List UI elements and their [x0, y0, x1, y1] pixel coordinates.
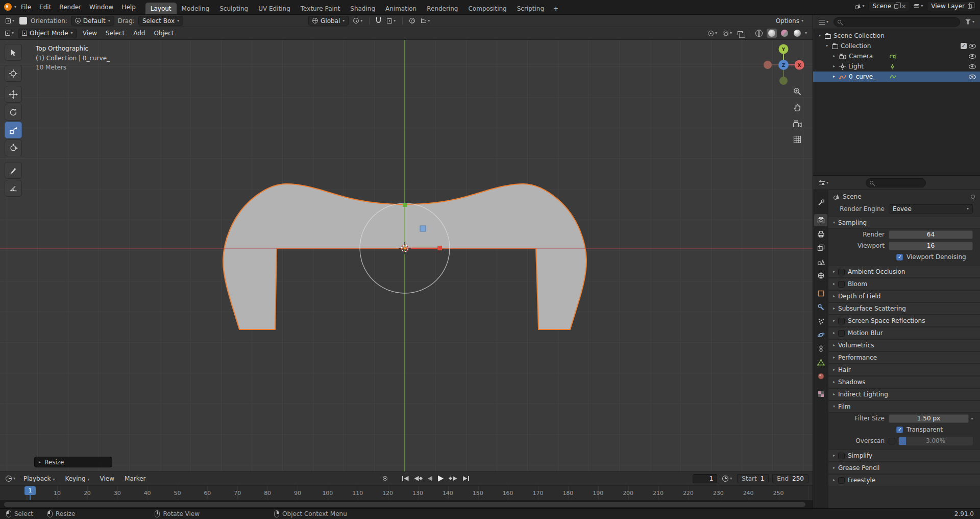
viewport-menu-item[interactable]: Select — [103, 28, 128, 38]
app-menu-caret-icon[interactable]: ▾ — [14, 5, 16, 9]
outliner-filter-dropdown[interactable]: ▾ — [964, 18, 976, 26]
add-workspace-button[interactable]: + — [549, 3, 562, 14]
outliner-row-camera[interactable]: ▸ Camera — [813, 51, 980, 61]
new-view-layer-icon[interactable] — [968, 4, 972, 9]
transform-tool[interactable] — [5, 139, 22, 156]
navigation-gizmo[interactable]: Y X Z — [763, 43, 804, 86]
expand-icon[interactable]: ▾ — [824, 44, 829, 48]
menubar-item[interactable]: File — [17, 2, 35, 12]
view-layer-selector[interactable]: View Layer — [927, 1, 976, 11]
expand-icon[interactable]: ▸ — [831, 54, 837, 58]
scrollbar-thumb[interactable] — [4, 502, 805, 507]
property-section[interactable]: ▸ Grease Pencil — [828, 462, 980, 474]
next-keyframe-button[interactable] — [449, 476, 457, 481]
orientation-dropdown[interactable]: Default ▾ — [71, 16, 114, 26]
workspace-tab[interactable]: Rendering — [422, 3, 463, 14]
section-checkbox[interactable] — [838, 453, 845, 459]
drag-dropdown[interactable]: Select Box ▾ — [138, 16, 183, 26]
shading-dropdown-caret-icon[interactable]: ▾ — [805, 31, 807, 35]
property-section[interactable]: ▸ Depth of Field — [828, 290, 980, 302]
menubar-item[interactable]: Edit — [36, 2, 55, 12]
browse-view-layer-button[interactable]: ▾ — [913, 3, 924, 10]
proportional-falloff-dropdown[interactable]: ▾ — [420, 17, 431, 24]
render-engine-dropdown[interactable]: Eevee ▾ — [889, 204, 973, 214]
section-checkbox[interactable] — [838, 330, 845, 337]
end-frame-field[interactable]: End 250 — [772, 474, 808, 483]
scale-tool[interactable] — [5, 122, 22, 138]
section-sampling[interactable]: ▾ Sampling — [828, 217, 980, 229]
current-frame-marker[interactable]: 1 — [24, 486, 36, 495]
tab-render[interactable] — [814, 214, 827, 226]
outliner-editor-type-button[interactable]: ▾ — [817, 18, 830, 26]
tab-output[interactable] — [814, 228, 827, 240]
outliner-row-collection[interactable]: ▾ Collection ✓ — [813, 41, 980, 51]
outliner-search-input[interactable] — [834, 17, 960, 27]
section-checkbox[interactable] — [838, 281, 845, 288]
tab-material[interactable] — [814, 370, 827, 382]
tab-modifiers[interactable] — [814, 301, 827, 313]
section-film[interactable]: ▾ Film — [828, 400, 980, 413]
options-dropdown[interactable]: Options ▾ — [776, 17, 803, 25]
section-checkbox[interactable] — [838, 269, 845, 275]
current-frame-field[interactable]: 1 — [693, 474, 717, 483]
outliner-row-curve[interactable]: ▸ 0_curve_ — [813, 72, 980, 82]
viewport-3d[interactable]: Top Orthographic (1) Collection | 0_curv… — [0, 40, 813, 471]
tab-constraints[interactable] — [814, 342, 827, 355]
curve-data-icon[interactable] — [890, 74, 896, 79]
unlink-scene-icon[interactable]: × — [901, 4, 906, 9]
property-section[interactable]: ▸ Subsurface Scattering — [828, 302, 980, 315]
measure-tool[interactable] — [5, 180, 22, 197]
property-section[interactable]: ▸ Motion Blur — [828, 327, 980, 339]
property-section[interactable]: ▸ Volumetrics — [828, 339, 980, 351]
transparent-checkbox[interactable] — [896, 427, 903, 433]
select-box-tool[interactable] — [5, 44, 22, 61]
collection-exclude-checkbox[interactable]: ✓ — [961, 43, 967, 49]
proportional-edit-toggle[interactable] — [408, 17, 416, 25]
property-section[interactable]: ▸ Ambient Occlusion — [828, 266, 980, 278]
timeline-editor-type-button[interactable]: ▾ — [4, 475, 17, 483]
menubar-item[interactable]: Render — [56, 2, 85, 12]
new-scene-icon[interactable] — [894, 4, 898, 9]
expand-icon[interactable]: ▾ — [817, 34, 822, 38]
workspace-tab[interactable]: Scripting — [512, 3, 549, 14]
section-checkbox[interactable] — [838, 318, 845, 324]
hide-eye-icon[interactable] — [969, 44, 976, 49]
shading-rendered-button[interactable] — [792, 29, 802, 38]
property-section[interactable]: ▸ Indirect Lighting — [828, 388, 980, 400]
tab-world[interactable] — [814, 269, 827, 281]
filter-size-field[interactable]: 1.50 px — [889, 414, 969, 423]
overlays-dropdown[interactable]: ▾ — [721, 30, 733, 37]
workspace-tab[interactable]: UV Editing — [253, 3, 296, 14]
pivot-point-dropdown[interactable]: ▾ — [352, 17, 364, 25]
ortho-grid-icon[interactable] — [793, 135, 802, 145]
scene-selector[interactable]: Scene × — [868, 1, 910, 11]
hide-eye-icon[interactable] — [969, 75, 976, 79]
browse-scene-button[interactable]: ▾ — [853, 3, 866, 10]
timeline-menu-keying[interactable]: Keying ▾ — [61, 474, 93, 484]
viewport-samples-field[interactable]: 16 — [889, 242, 973, 250]
timeline-menu-marker[interactable]: Marker — [121, 474, 149, 484]
expand-icon[interactable]: ▸ — [831, 75, 837, 79]
workspace-tab[interactable]: Animation — [380, 3, 422, 14]
pin-icon[interactable] — [971, 195, 975, 199]
timeline-scrollbar[interactable] — [0, 500, 813, 508]
play-reverse-button[interactable] — [428, 476, 432, 481]
tab-view-layer[interactable] — [814, 242, 827, 254]
viewport-menu-item[interactable]: View — [80, 28, 100, 38]
overscan-checkbox[interactable] — [889, 438, 895, 444]
play-button[interactable] — [438, 476, 444, 482]
transform-orientation-dropdown[interactable]: Global ▾ — [308, 16, 349, 26]
light-data-icon[interactable] — [890, 64, 895, 69]
render-samples-field[interactable]: 64 — [889, 230, 973, 239]
jump-to-start-button[interactable] — [402, 476, 409, 481]
blender-logo-icon[interactable] — [4, 3, 12, 11]
playback-sync-dropdown[interactable]: ▾ — [721, 475, 733, 483]
outliner-row-scene-collection[interactable]: ▾ Scene Collection — [813, 31, 980, 41]
pan-hand-icon[interactable] — [793, 103, 802, 113]
camera-data-icon[interactable] — [890, 54, 896, 59]
prev-keyframe-button[interactable] — [414, 476, 423, 481]
property-section[interactable]: ▸ Simplify — [828, 450, 980, 462]
snap-toggle[interactable] — [375, 17, 382, 24]
workspace-tab[interactable]: Shading — [345, 3, 380, 14]
property-section[interactable]: ▸ Shadows — [828, 376, 980, 388]
